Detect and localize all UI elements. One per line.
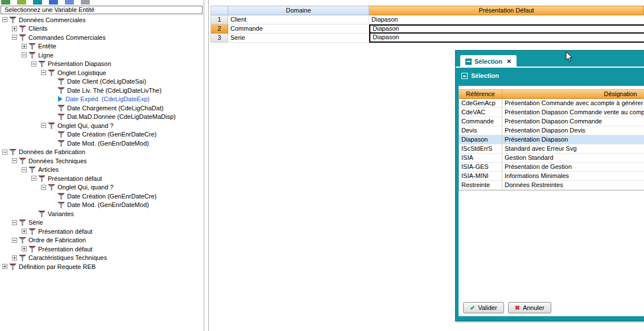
tree-item[interactable]: Ordre de Fabrication	[0, 236, 204, 245]
collapse-icon[interactable]	[2, 17, 7, 22]
selection-row[interactable]: ISIAGestion Standard	[459, 154, 644, 163]
tree-item[interactable]: Ligne	[0, 51, 204, 60]
selection-row[interactable]: CommandePrésentation Diapason Commande	[459, 117, 644, 126]
collapse-icon[interactable]	[12, 35, 17, 40]
tree-item[interactable]: Clients	[0, 24, 204, 34]
expand-icon[interactable]	[12, 26, 17, 31]
domaine-cell[interactable]: Serie	[228, 34, 369, 43]
tree-item[interactable]: Onglet Logistique	[0, 68, 204, 77]
presentation-cell[interactable]: Diapason	[369, 24, 644, 34]
tree-item[interactable]: Date Mod. (GenEnrDateMod)	[0, 201, 204, 210]
selection-row[interactable]: DiapasonPrésentation Diapason	[459, 135, 644, 144]
tree-item[interactable]: Onglet Qui, quand ?	[0, 183, 204, 192]
collapse-icon[interactable]	[31, 176, 36, 181]
annuler-button[interactable]: ✖ Annuler	[508, 302, 551, 313]
collapse-icon[interactable]	[22, 167, 27, 172]
tree-item[interactable]: Onglet Qui, quand ?	[0, 121, 204, 130]
toolbar-icon-5[interactable]	[65, 0, 74, 5]
collapse-icon[interactable]	[41, 70, 46, 75]
selection-row[interactable]: ISIA-MINIInformations Minimales	[459, 172, 644, 181]
tree-item[interactable]: Date Mod. (GenEnrDateMod)	[0, 139, 204, 148]
expand-icon[interactable]	[22, 44, 27, 49]
tree-item[interactable]: Présentation défaut	[0, 245, 204, 254]
tree-item[interactable]: Définition par Requete REB	[0, 262, 204, 271]
domain-table: Domaine Présentation Défaut 1ClientDiapa…	[210, 6, 644, 43]
tree-item[interactable]: Présentation défaut	[0, 174, 204, 183]
tree-panel-title: Selectionnez une Variable Entité	[1, 6, 203, 14]
selection-row[interactable]: CdeVACPrésentation Diapason Commande ven…	[459, 108, 644, 117]
toolbar-icon-3[interactable]	[33, 0, 42, 5]
reference-cell: Commande	[459, 117, 502, 126]
expand-icon[interactable]	[22, 229, 27, 234]
tree-item[interactable]: Date Client (CdeLigDateSai)	[0, 77, 204, 86]
tree-item[interactable]: Caractéristiques Techniques	[0, 254, 204, 263]
tree-item[interactable]: Variantes	[0, 209, 204, 218]
presentation-cell[interactable]: Diapason	[369, 15, 644, 24]
valider-button[interactable]: ✔ Valider	[463, 302, 504, 313]
row-number-cell[interactable]: 3	[211, 34, 228, 43]
tree-item[interactable]: Présentation défaut	[0, 227, 204, 236]
valider-button-label: Valider	[478, 304, 497, 311]
funnel-icon	[9, 263, 16, 270]
selection-row[interactable]: DevisPrésentation Diapason Devis	[459, 126, 644, 135]
funnel-icon	[19, 254, 26, 261]
tab-selection[interactable]: Sélection ×	[460, 55, 517, 68]
tree-item[interactable]: Présentation Diapason	[0, 60, 204, 69]
row-number-cell[interactable]: 1	[211, 15, 228, 24]
tree-item[interactable]: Données Commerciales	[0, 15, 204, 24]
presentation-cell[interactable]: Diapason	[369, 34, 644, 43]
collapse-icon[interactable]	[2, 150, 7, 155]
designation-column-header[interactable]: Désignation	[502, 90, 644, 99]
tree-item[interactable]: Articles	[0, 166, 204, 175]
panel-splitter[interactable]	[204, 0, 209, 331]
tree-item-label: Présentation défaut	[38, 228, 92, 235]
domain-panel: Domaine Présentation Défaut 1ClientDiapa…	[209, 0, 644, 331]
selection-table: Référence Désignation CdeGenAcpPrésentat…	[459, 89, 644, 191]
tree-item[interactable]: Données de Fabrication	[0, 148, 204, 157]
domain-table-row: 3SerieDiapason	[211, 34, 644, 43]
reference-column-header[interactable]: Référence	[459, 90, 502, 99]
toolbar-icon-4[interactable]	[49, 0, 58, 5]
tree-item[interactable]: Date Chargement (CdeLigChaDat)	[0, 104, 204, 113]
expand-icon[interactable]	[22, 246, 27, 251]
expand-icon[interactable]	[2, 264, 7, 269]
designation-cell: Standard avec Erreur Svg	[502, 144, 644, 154]
collapse-icon[interactable]	[41, 185, 46, 190]
dialog-inner-title: Sélection	[471, 72, 499, 79]
designation-cell: Présentation Diapason	[502, 135, 644, 144]
tree-item[interactable]: Données Techniques	[0, 156, 204, 166]
domaine-column-header[interactable]: Domaine	[228, 6, 369, 15]
presentation-column-header[interactable]: Présentation Défaut	[369, 6, 644, 15]
expand-icon[interactable]	[12, 255, 17, 260]
tree-item[interactable]: Date Création (GenEnrDateCre)	[0, 130, 204, 139]
tree-item[interactable]: Commandes Commerciales	[0, 33, 204, 42]
corner-header-cell[interactable]	[211, 6, 228, 15]
close-icon[interactable]: ×	[507, 58, 511, 65]
reference-cell: ISIA-MINI	[459, 172, 502, 181]
selection-row[interactable]: IScStdErrSStandard avec Erreur Svg	[459, 144, 644, 154]
toolbar-icon-6[interactable]	[81, 0, 90, 5]
tree-item[interactable]: Série	[0, 218, 204, 227]
domaine-cell[interactable]: Client	[228, 15, 369, 24]
selection-row[interactable]: RestreinteDonnées Restreintes	[459, 181, 644, 190]
collapse-icon[interactable]	[12, 220, 17, 225]
row-number-cell[interactable]: 2	[211, 24, 228, 34]
funnel-icon	[38, 210, 46, 217]
toolbar-icon-2[interactable]	[17, 0, 26, 5]
tree-item[interactable]: Date Expéd. (CdeLigDateExp)	[0, 95, 204, 104]
collapse-icon[interactable]	[22, 52, 27, 57]
funnel-icon	[28, 246, 36, 253]
tree-item[interactable]: Date Création (GenEnrDateCre)	[0, 192, 204, 201]
domain-table-row: 1ClientDiapason	[211, 15, 644, 24]
selection-row[interactable]: CdeGenAcpPrésentation Commande avec acom…	[459, 99, 644, 108]
selection-row[interactable]: ISIA-GESPrésentation de Gestion	[459, 163, 644, 172]
toolbar-icon-1[interactable]	[1, 0, 10, 5]
tree-item[interactable]: Date Liv. Thé (CdeLigDateLivThe)	[0, 86, 204, 95]
collapse-icon[interactable]	[41, 123, 46, 128]
collapse-icon[interactable]	[12, 158, 17, 163]
collapse-icon[interactable]	[31, 61, 36, 67]
domaine-cell[interactable]: Commande	[228, 24, 369, 34]
tree-item[interactable]: Dat.MaD.Donnee (CdeLigDateMaDisp)	[0, 113, 204, 122]
collapse-icon[interactable]	[12, 238, 17, 243]
tree-item[interactable]: Entête	[0, 42, 204, 51]
